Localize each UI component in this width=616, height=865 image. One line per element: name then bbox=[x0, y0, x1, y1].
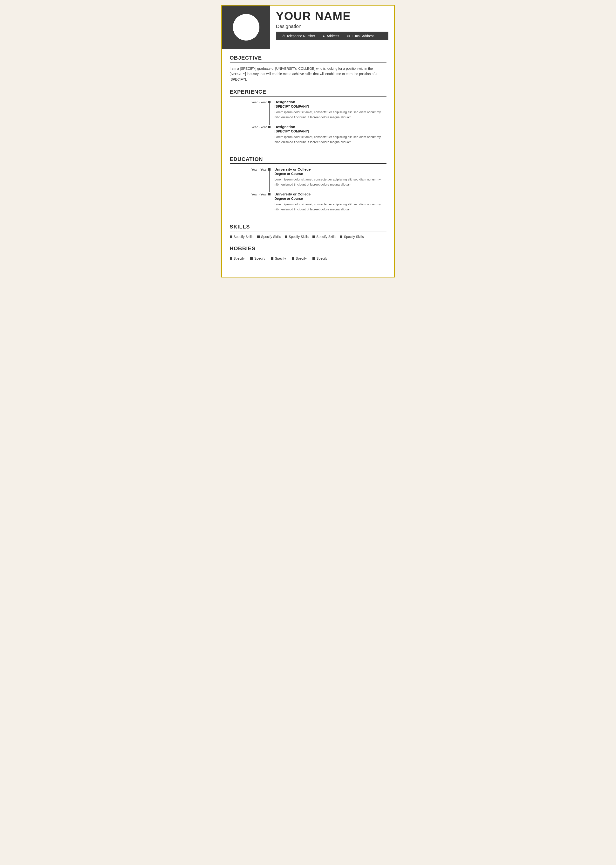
phone-icon: ✆ bbox=[282, 34, 285, 38]
hobby-item-4: Specify bbox=[292, 257, 307, 260]
address-text: Address bbox=[327, 34, 339, 38]
resume-name: YOUR NAME bbox=[276, 10, 388, 23]
skill-bullet-1 bbox=[230, 235, 232, 238]
education-years-2: Year - Year bbox=[251, 192, 267, 196]
experience-entry-1: Year - Year Designation [SPECIFY COMPANY… bbox=[230, 100, 387, 125]
skill-item-4: Specify Skills bbox=[313, 235, 336, 239]
skill-item-5: Specify Skills bbox=[340, 235, 364, 239]
education-left-1: Year - Year bbox=[230, 167, 271, 192]
experience-entry-2: Year - Year Designation [SPECIFY COMPANY… bbox=[230, 125, 387, 150]
hobby-item-5: Specify bbox=[313, 257, 327, 260]
hobby-label-5: Specify bbox=[316, 257, 327, 260]
hobby-label-1: Specify bbox=[234, 257, 245, 260]
hobby-item-2: Specify bbox=[250, 257, 265, 260]
photo-block bbox=[222, 6, 270, 49]
resume-designation: Designation bbox=[276, 24, 388, 29]
experience-company-2: [SPECIFY COMPANY] bbox=[275, 129, 387, 133]
contact-address: ● Address bbox=[323, 34, 339, 38]
education-years-1: Year - Year bbox=[251, 168, 267, 171]
experience-designation-1: Designation bbox=[275, 100, 387, 104]
contact-bar: ✆ Telephone Number ● Address ✉ E-mail Ad… bbox=[276, 32, 388, 40]
experience-years-2: Year - Year bbox=[251, 125, 267, 129]
skill-item-3: Specify Skills bbox=[285, 235, 308, 239]
education-title: EDUCATION bbox=[230, 156, 387, 164]
experience-section: EXPERIENCE Year - Year Designation [SPEC… bbox=[230, 89, 387, 150]
hobby-label-4: Specify bbox=[295, 257, 307, 260]
email-icon: ✉ bbox=[347, 34, 350, 38]
skills-title: SKILLS bbox=[230, 224, 387, 232]
education-institution-1: University or College bbox=[275, 167, 387, 171]
contact-phone: ✆ Telephone Number bbox=[282, 34, 315, 38]
edu-timeline-vline-1 bbox=[269, 170, 270, 192]
education-institution-2: University or College bbox=[275, 192, 387, 196]
skills-section: SKILLS Specify Skills Specify Skills Spe… bbox=[230, 224, 387, 239]
experience-right-1: Designation [SPECIFY COMPANY] Lorem ipsu… bbox=[271, 100, 387, 125]
experience-left-2: Year - Year bbox=[230, 125, 271, 150]
header: YOUR NAME Designation ✆ Telephone Number… bbox=[222, 6, 394, 49]
skill-label-4: Specify Skills bbox=[316, 235, 336, 239]
skill-bullet-5 bbox=[340, 235, 343, 238]
education-left-2: Year - Year bbox=[230, 192, 271, 217]
hobby-item-1: Specify bbox=[230, 257, 245, 260]
education-desc-2: Lorem ipsum dolor sit amet, consectetuer… bbox=[275, 202, 387, 212]
experience-title: EXPERIENCE bbox=[230, 89, 387, 96]
skill-label-1: Specify Skills bbox=[234, 235, 253, 239]
objective-text: I am a [SPECIFY] graduate of [UNIVERSITY… bbox=[230, 66, 387, 82]
experience-desc-2: Lorem ipsum dolor sit amet, consectetuer… bbox=[275, 135, 387, 145]
skill-label-2: Specify Skills bbox=[261, 235, 281, 239]
skill-label-5: Specify Skills bbox=[344, 235, 364, 239]
experience-timeline: Year - Year Designation [SPECIFY COMPANY… bbox=[230, 100, 387, 150]
profile-photo bbox=[233, 14, 259, 41]
edu-timeline-dot-2 bbox=[268, 193, 270, 195]
education-desc-1: Lorem ipsum dolor sit amet, consectetuer… bbox=[275, 177, 387, 187]
phone-text: Telephone Number bbox=[287, 34, 315, 38]
hobby-item-3: Specify bbox=[271, 257, 286, 260]
hobby-bullet-3 bbox=[271, 257, 273, 260]
education-timeline: Year - Year University or College Degree… bbox=[230, 167, 387, 217]
resume-page: YOUR NAME Designation ✆ Telephone Number… bbox=[221, 5, 395, 277]
hobbies-title: HOBBIES bbox=[230, 246, 387, 253]
email-text: E-mail Address bbox=[352, 34, 374, 38]
edu-timeline-dot-1 bbox=[268, 168, 270, 170]
hobby-bullet-1 bbox=[230, 257, 232, 260]
education-section: EDUCATION Year - Year University or Coll… bbox=[230, 156, 387, 217]
skill-label-3: Specify Skills bbox=[289, 235, 308, 239]
objective-section: OBJECTIVE I am a [SPECIFY] graduate of [… bbox=[230, 55, 387, 82]
experience-left-1: Year - Year bbox=[230, 100, 271, 125]
education-right-2: University or College Degree or Course L… bbox=[271, 192, 387, 217]
hobby-bullet-4 bbox=[292, 257, 294, 260]
hobby-bullet-2 bbox=[250, 257, 253, 260]
objective-title: OBJECTIVE bbox=[230, 55, 387, 63]
skill-item-1: Specify Skills bbox=[230, 235, 253, 239]
edu-timeline-line-2 bbox=[268, 192, 271, 217]
timeline-vline-1 bbox=[269, 103, 270, 125]
skill-bullet-3 bbox=[285, 235, 287, 238]
hobby-label-2: Specify bbox=[254, 257, 265, 260]
skill-bullet-4 bbox=[313, 235, 315, 238]
hobby-label-3: Specify bbox=[275, 257, 286, 260]
experience-desc-1: Lorem ipsum dolor sit amet, consectetuer… bbox=[275, 110, 387, 120]
hobbies-list: Specify Specify Specify Specify Specify bbox=[230, 257, 387, 260]
skill-bullet-2 bbox=[257, 235, 260, 238]
experience-right-2: Designation [SPECIFY COMPANY] Lorem ipsu… bbox=[271, 125, 387, 150]
education-entry-2: Year - Year University or College Degree… bbox=[230, 192, 387, 217]
education-degree-2: Degree or Course bbox=[275, 197, 387, 200]
education-right-1: University or College Degree or Course L… bbox=[271, 167, 387, 192]
experience-years-1: Year - Year bbox=[251, 100, 267, 104]
timeline-dot-1 bbox=[268, 101, 270, 103]
hobby-bullet-5 bbox=[313, 257, 315, 260]
education-degree-1: Degree or Course bbox=[275, 172, 387, 176]
timeline-dot-2 bbox=[268, 126, 270, 128]
hobbies-section: HOBBIES Specify Specify Specify Specify bbox=[230, 246, 387, 260]
timeline-line-1 bbox=[268, 100, 271, 125]
edu-timeline-line-1 bbox=[268, 167, 271, 192]
skills-list: Specify Skills Specify Skills Specify Sk… bbox=[230, 235, 387, 239]
skill-item-2: Specify Skills bbox=[257, 235, 281, 239]
experience-company-1: [SPECIFY COMPANY] bbox=[275, 104, 387, 108]
timeline-line-2 bbox=[268, 125, 271, 150]
main-content: OBJECTIVE I am a [SPECIFY] graduate of [… bbox=[222, 49, 394, 260]
header-info: YOUR NAME Designation ✆ Telephone Number… bbox=[270, 6, 394, 49]
experience-designation-2: Designation bbox=[275, 125, 387, 129]
contact-email: ✉ E-mail Address bbox=[347, 34, 374, 38]
address-icon: ● bbox=[323, 34, 325, 38]
